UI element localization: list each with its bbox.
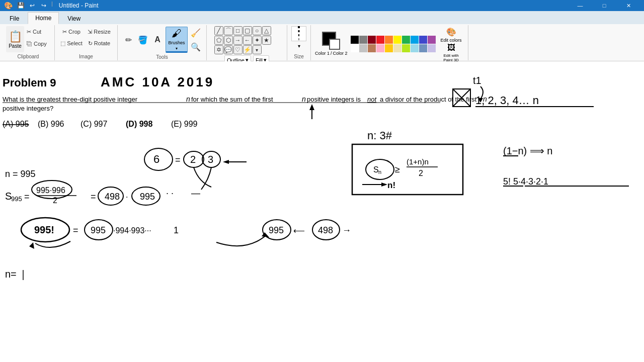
svg-text:n = 995: n = 995 (5, 169, 36, 179)
palette-color[interactable] (428, 36, 436, 44)
triangle-shape[interactable]: △ (262, 26, 271, 35)
svg-text:(B) 996: (B) 996 (38, 120, 64, 128)
rect-shape[interactable]: □ (233, 26, 243, 35)
lightning-shape[interactable]: ⚡ (243, 45, 252, 54)
cut-button[interactable]: ✂ Cut (25, 26, 50, 37)
palette-color[interactable] (411, 44, 419, 52)
text-button[interactable]: A (151, 33, 164, 46)
curve-shape[interactable]: ⌒ (224, 26, 233, 35)
color1-label: Color 1 (315, 51, 330, 56)
arrow-left-shape[interactable]: ← (243, 36, 252, 45)
svg-text:=: = (73, 225, 78, 235)
palette-color[interactable] (428, 44, 436, 52)
tab-home[interactable]: Home (28, 12, 59, 24)
palette-color[interactable] (359, 44, 367, 52)
crop-button[interactable]: ✂ Crop (59, 26, 84, 37)
svg-marker-85 (262, 232, 269, 237)
eraser-button[interactable]: 🧹 (189, 26, 202, 39)
palette-color[interactable] (402, 44, 410, 52)
palette-color[interactable] (411, 36, 419, 44)
select-button[interactable]: ⬚ Select (59, 38, 84, 49)
svg-text:2: 2 (190, 154, 196, 165)
svg-text:995: 995 (269, 225, 284, 235)
star6-shape[interactable]: ✡ (214, 45, 223, 54)
palette-color[interactable] (393, 44, 401, 52)
tab-file[interactable]: File (2, 13, 27, 24)
image-label: Image (79, 53, 93, 59)
callout-shape[interactable]: 💬 (224, 45, 233, 54)
line-shape[interactable]: ╱ (214, 26, 223, 35)
color-palette (351, 36, 436, 52)
brushes-button[interactable]: 🖌 Brushes ▾ (166, 27, 188, 53)
palette-color[interactable] (368, 44, 376, 52)
size-group: ▾ Size (287, 25, 311, 60)
colors-group: Color 1 / Color 2 🎨 Edit colors 🖼 E (311, 25, 468, 60)
svg-text:995: 995 (11, 195, 22, 203)
copy-button[interactable]: ⿻ Copy (25, 38, 50, 49)
edit-paint3d-button[interactable]: 🖼 Edit with Paint 3D (439, 44, 464, 61)
more-shapes[interactable]: ▾ (253, 45, 262, 54)
color-picker-button[interactable]: 🔍 (189, 40, 202, 53)
svg-text:for which the sum of the first: for which the sum of the first (191, 96, 273, 103)
hexagon-shape[interactable]: ⬡ (224, 36, 233, 45)
svg-text:—: — (191, 188, 200, 198)
paste-button[interactable]: 📋 Paste (6, 26, 24, 52)
svg-text:positive integers is: positive integers is (307, 96, 361, 103)
palette-color[interactable] (351, 36, 359, 44)
svg-text:(E) 999: (E) 999 (171, 120, 198, 128)
window-controls: — □ ✕ (569, 0, 640, 11)
svg-marker-41 (223, 160, 229, 164)
undo-button[interactable]: ↩ (27, 1, 37, 11)
minimize-button[interactable]: — (569, 0, 592, 11)
drawing-canvas[interactable]: AMC 10A 2019 Problem 9 t1 1, 2, 3, 4… n … (0, 61, 644, 362)
color2-swatch[interactable] (329, 39, 340, 50)
svg-text:(C) 997: (C) 997 (80, 120, 107, 128)
svg-text:5!  5·4·3·2·1: 5! 5·4·3·2·1 (503, 176, 548, 187)
maximize-button[interactable]: □ (593, 0, 616, 11)
tab-view[interactable]: View (60, 13, 88, 24)
roundrect-shape[interactable]: ▢ (243, 26, 252, 35)
palette-color[interactable] (402, 36, 410, 44)
svg-text:=: = (175, 155, 181, 165)
svg-text:n: n (483, 95, 487, 103)
palette-color[interactable] (419, 44, 427, 52)
star5-shape[interactable]: ★ (262, 36, 271, 45)
palette-color[interactable] (385, 44, 393, 52)
palette-color[interactable] (393, 36, 401, 44)
palette-color[interactable] (419, 36, 427, 44)
heart-shape[interactable]: ♡ (233, 45, 243, 54)
palette-color[interactable] (351, 44, 359, 52)
rotate-button[interactable]: ↻ Rotate (85, 38, 113, 49)
svg-text:positive integers?: positive integers? (3, 105, 53, 112)
svg-rect-42 (352, 144, 463, 195)
size-control[interactable] (291, 26, 306, 41)
palette-color[interactable] (376, 44, 384, 52)
ellipse-shape[interactable]: ○ (253, 26, 262, 35)
svg-marker-51 (381, 183, 387, 187)
palette-color[interactable] (376, 36, 384, 44)
svg-text:(1+n)n: (1+n)n (407, 157, 429, 166)
fill-button[interactable]: 🪣 (136, 33, 149, 46)
clipboard-label: Clipboard (18, 53, 39, 59)
color2-label: / (331, 51, 332, 56)
palette-color[interactable] (385, 36, 393, 44)
svg-text:n: n (302, 95, 306, 103)
titlebar: 🎨 💾 ↩ ↪ | Untitled - Paint — □ ✕ (0, 0, 644, 11)
svg-text:→: → (342, 225, 351, 235)
palette-color[interactable] (368, 36, 376, 44)
svg-text:1: 1 (174, 225, 179, 235)
star4-shape[interactable]: ✦ (253, 36, 262, 45)
arrow-right-shape[interactable]: → (233, 36, 243, 45)
palette-color[interactable] (359, 36, 367, 44)
svg-text:·: · (126, 193, 128, 201)
resize-button[interactable]: ⇲ Resize (85, 26, 113, 37)
save-button[interactable]: 💾 (16, 1, 26, 11)
close-button[interactable]: ✕ (617, 0, 640, 11)
pencil-button[interactable]: ✏ (122, 33, 135, 46)
canvas-area[interactable]: AMC 10A 2019 Problem 9 t1 1, 2, 3, 4… n … (0, 61, 644, 362)
pentagon-shape[interactable]: ⬠ (214, 36, 223, 45)
redo-button[interactable]: ↪ (39, 1, 49, 11)
window-title: Untitled - Paint (59, 2, 99, 9)
edit-colors-button[interactable]: 🎨 Edit colors (439, 26, 464, 43)
svg-text:·  ·: · · (166, 188, 174, 198)
